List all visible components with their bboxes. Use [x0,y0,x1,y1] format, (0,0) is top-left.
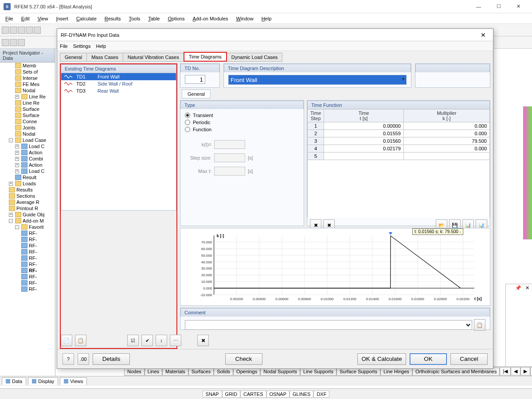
type-radio-function[interactable]: Function [185,126,299,133]
tree-item[interactable]: +Load C [0,168,55,174]
check-button[interactable]: Check [225,353,262,365]
general-subtab[interactable]: General [182,90,211,98]
tree-item[interactable]: Line Re [0,100,55,106]
tree-item[interactable]: Sections [0,193,55,199]
td-description-select[interactable] [228,75,407,85]
toolbar-icon[interactable] [18,39,25,46]
tree-expander[interactable]: + [15,95,19,99]
td-list-item[interactable]: TD3Rear Wall [61,87,176,94]
type-radio-transient[interactable]: Transient [185,112,299,119]
td-list-item[interactable]: TD2Side Wall / Roof [61,80,176,87]
dialog-tab-general[interactable]: General [60,53,87,62]
menu-tools[interactable]: Tools [125,15,144,23]
tree-expander[interactable]: + [15,163,19,167]
cell-time[interactable]: 0.01559 [324,130,404,137]
ok-button[interactable]: OK [410,353,447,365]
tree-item[interactable]: RF- [0,280,55,286]
tree-item[interactable]: Conne [0,118,55,125]
new-td-button[interactable]: 📄 [61,335,72,346]
dialog-menu-file[interactable]: File [60,43,68,49]
status-snap[interactable]: SNAP [203,391,222,398]
tree-expander[interactable]: + [15,145,19,149]
cell-mult[interactable]: 0.000 [403,130,489,137]
dialog-tab-natural-vibration-cases[interactable]: Natural Vibration Cases [123,53,184,62]
tree-item[interactable]: Nodal [0,131,55,137]
sort-button[interactable]: ↕ [156,335,167,346]
dialog-close-button[interactable]: ✕ [477,31,489,39]
tree-expander[interactable]: + [9,182,13,186]
tree-item[interactable]: +Combi [0,156,55,162]
tree-item[interactable]: Sets of [0,69,55,75]
menu-results[interactable]: Results [101,15,125,23]
nav-tab-data[interactable]: Data [2,377,26,385]
nav-tab-display[interactable]: Display [28,377,58,385]
cell-mult[interactable] [403,153,489,160]
status-cartes[interactable]: CARTES [240,391,266,398]
td-list-item[interactable]: TD1Front Wall [61,73,176,80]
tree-item[interactable]: Average R [0,199,55,205]
tree-item[interactable]: -Favorit [0,224,55,230]
check-all-button[interactable]: ☑ [127,335,139,346]
status-osnap[interactable]: OSNAP [266,391,290,398]
tree-expander[interactable]: - [9,219,13,223]
status-glines[interactable]: GLINES [289,391,313,398]
radio-icon[interactable] [185,113,190,118]
toolbar-icon[interactable] [26,27,33,34]
tab-scroll-button[interactable]: ▶| [530,367,532,376]
tree-item[interactable]: Nodal [0,87,55,94]
tree-expander[interactable]: + [15,157,19,161]
dialog-tab-dynamic-load-cases[interactable]: Dynamic Load Cases [227,53,283,62]
toolbar-icon[interactable] [2,27,9,34]
cell-time[interactable]: 0.00000 [324,122,404,130]
menu-file[interactable]: File [2,15,17,23]
time-diagram-list[interactable]: TD1Front WallTD2Side Wall / RoofTD3Rear … [61,73,176,211]
tree-item[interactable]: +Action [0,162,55,168]
copy-td-button[interactable]: 📋 [75,335,86,346]
close-icon[interactable]: ✕ [525,285,529,291]
cancel-button[interactable]: Cancel [450,353,488,365]
menu-table[interactable]: Table [145,15,163,23]
tree-item[interactable]: Results [0,187,55,193]
tree-item[interactable]: RF- [0,236,55,243]
units-button[interactable]: .00 [78,353,89,365]
pin-icon[interactable]: 📌 [515,285,521,291]
ok-calculate-button[interactable]: OK & Calculate [357,353,406,365]
tree-item[interactable]: +Guide Obj [0,211,55,218]
tree-item[interactable]: Surface [0,106,55,112]
td-no-input[interactable] [185,75,205,84]
cell-time[interactable]: 0.01560 [324,137,404,145]
tree-expander[interactable]: - [9,138,13,142]
cell-time[interactable]: 0.02179 [324,145,404,153]
toolbar-icon[interactable] [2,39,9,46]
cell-mult[interactable]: 0.000 [403,145,489,153]
help-button[interactable]: ? [63,353,74,365]
menu-calculate[interactable]: Calculate [73,15,100,23]
dialog-tab-time-diagrams[interactable]: Time Diagrams [184,52,227,62]
table-row[interactable]: 40.021790.000 [308,145,490,153]
comment-edit-button[interactable]: 📋 [474,319,485,331]
tab-scroll-button[interactable]: |◀ [500,367,511,376]
menu-window[interactable]: Window [233,15,257,23]
type-radio-periodic[interactable]: Periodic [185,119,299,126]
tree-expander[interactable]: - [15,225,19,229]
comment-select[interactable] [185,320,472,330]
maximize-button[interactable]: ☐ [489,0,509,13]
nav-tab-views[interactable]: Views [60,377,87,385]
menu-insert[interactable]: Insert [52,15,72,23]
tab-scroll-button[interactable]: ▶ [520,367,530,376]
status-dxf[interactable]: DXF [313,391,329,398]
tree-item[interactable]: Printout R [0,205,55,211]
tree-item[interactable]: RF- [0,274,55,280]
tree-item[interactable]: RF- [0,249,55,255]
table-row[interactable]: 30.0156079.500 [308,137,490,145]
menu-add-on-modules[interactable]: Add-on Modules [189,15,231,23]
status-grid[interactable]: GRID [222,391,241,398]
more-button[interactable]: ⋯ [170,335,181,346]
menu-options[interactable]: Options [164,15,188,23]
tree-item[interactable]: -Add-on M [0,218,55,224]
cell-mult[interactable]: 79.500 [403,137,489,145]
radio-icon[interactable] [185,127,190,132]
dialog-tab-mass-cases[interactable]: Mass Cases [86,53,123,62]
dialog-menu-help[interactable]: Help [96,43,106,49]
tree-item[interactable]: RF- [0,286,55,292]
